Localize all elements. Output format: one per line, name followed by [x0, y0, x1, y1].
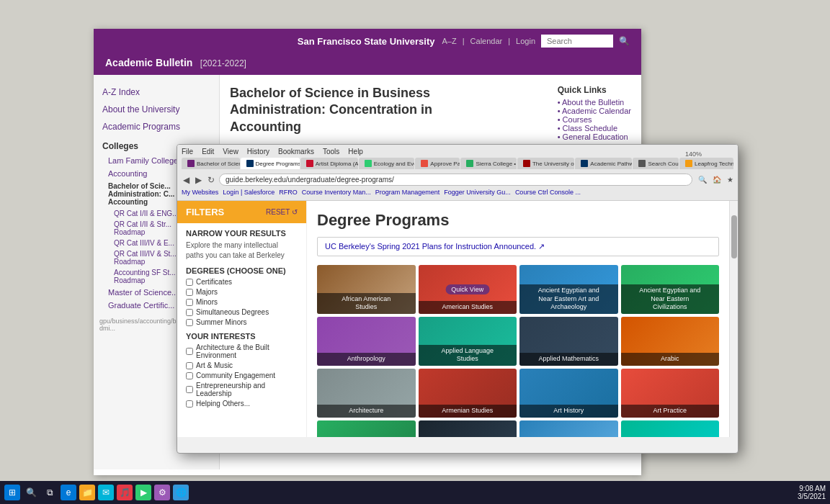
bookmark-fogger[interactable]: Fogger University Gu...: [444, 189, 511, 196]
program-card-african[interactable]: African AmericanStudies: [317, 265, 416, 314]
program-card-arabic[interactable]: Arabic: [621, 317, 720, 366]
taskbar-music-icon[interactable]: 🎵: [117, 485, 133, 500]
scrollbar-thumb[interactable]: [731, 215, 737, 258]
zoom-indicator: 140%: [685, 150, 702, 158]
filter-arch[interactable]: Architecture & the Built Environment: [186, 343, 298, 359]
tab-favicon-approve: [421, 160, 428, 167]
menu-help[interactable]: Help: [348, 148, 363, 156]
taskbar-taskview-icon[interactable]: ⧉: [42, 485, 58, 500]
tab-favicon-sierra: [466, 160, 473, 167]
browser-star-icon[interactable]: ★: [727, 176, 733, 184]
taskbar-folder-icon[interactable]: 📁: [79, 485, 95, 500]
quick-link-courses[interactable]: Courses: [563, 115, 592, 124]
tab-sierra[interactable]: Sierra College • Sierr... ✕: [460, 158, 516, 169]
taskbar-windows-icon[interactable]: ⊞: [4, 485, 20, 500]
tab-artist[interactable]: Artist Diploma (AB) in ... ✕: [300, 158, 358, 169]
menu-history[interactable]: History: [247, 148, 269, 156]
tab-ecology[interactable]: Ecology and Evolutio... ✕: [359, 158, 415, 169]
program-card-architecture[interactable]: Architecture: [317, 369, 416, 418]
program-card-armenian[interactable]: Armenian Studies: [419, 369, 517, 418]
sfsu-bulletin-year: [2021-2022]: [200, 58, 246, 68]
url-bar[interactable]: [219, 174, 692, 186]
search-icon[interactable]: 🔍: [619, 36, 630, 46]
tab-degree-programs[interactable]: Degree Programs • Uni... ✕: [241, 158, 300, 169]
bookmark-course-ctrl[interactable]: Course Ctrl Console ...: [515, 189, 581, 196]
filter-art[interactable]: Art & Music: [186, 361, 298, 369]
quick-link-schedule[interactable]: Class Schedule: [563, 124, 617, 132]
program-card-applied-lang[interactable]: Applied LanguageStudies: [419, 317, 517, 366]
announcement-bar[interactable]: UC Berkeley's Spring 2021 Plans for Inst…: [317, 237, 719, 256]
tab-search-courses[interactable]: Search Courses ✕: [633, 158, 679, 169]
tab-approve[interactable]: Approve Pages ✕: [415, 158, 460, 169]
menu-edit[interactable]: Edit: [202, 148, 214, 156]
program-card-art-history[interactable]: Art History: [519, 369, 618, 418]
program-card-ancient-art[interactable]: Ancient Egyptian andNear Eastern Art and…: [519, 265, 618, 314]
quick-link-bulletin[interactable]: About the Bulletin: [562, 98, 624, 107]
taskbar-date-value: 3/5/2021: [798, 492, 826, 500]
taskbar-edge-icon[interactable]: e: [61, 485, 76, 500]
filter-simultaneous[interactable]: Simultaneous Degrees: [186, 308, 298, 316]
menu-view[interactable]: View: [223, 148, 238, 156]
program-card-art-practice[interactable]: Art Practice: [621, 369, 720, 418]
quick-links-box: Quick Links About the Bulletin Academic …: [558, 85, 631, 141]
bookmark-prog-mgmt[interactable]: Program Management: [375, 189, 440, 196]
tab-label-alabama: The University of Alab...: [532, 161, 574, 167]
bookmark-mywebsites[interactable]: My Websites: [182, 189, 218, 196]
tab-leapfrog[interactable]: Leapfrog Technolog... ✕: [679, 158, 733, 169]
quick-view-overlay-american[interactable]: Quick View: [445, 284, 489, 294]
program-card-asian[interactable]: Asian American andAsian DiasporaStudies: [317, 420, 416, 437]
taskbar-app1-icon[interactable]: ▶: [135, 485, 151, 500]
card-label-anthro: Anthropology: [317, 353, 416, 366]
taskbar-search-icon[interactable]: 🔍: [23, 485, 39, 500]
browser-scrollbar[interactable]: [729, 201, 738, 437]
filter-helping[interactable]: Helping Others...: [186, 400, 298, 408]
filter-certificates[interactable]: Certificates: [186, 278, 298, 286]
tab-label-sierra: Sierra College • Sierr...: [476, 161, 516, 167]
sfsu-nav-az[interactable]: A–Z: [442, 37, 457, 45]
taskbar-app3-icon[interactable]: 🌐: [173, 485, 189, 500]
menu-bookmarks[interactable]: Bookmarks: [278, 148, 314, 156]
filter-entrepreneurship[interactable]: Entrepreneurship and Leadership: [186, 382, 298, 397]
quick-link-calendar[interactable]: Academic Calendar: [562, 107, 631, 115]
filter-summer[interactable]: Summer Minors: [186, 318, 298, 326]
program-card-atmospheric[interactable]: Atmospheric Science: [519, 420, 618, 437]
quick-link-ge[interactable]: General Education: [563, 132, 628, 141]
filter-minors[interactable]: Minors: [186, 298, 298, 306]
nav-sep: |: [463, 37, 465, 45]
bookmark-rfro[interactable]: RFRO: [279, 189, 298, 196]
nav-sep2: |: [508, 37, 510, 45]
taskbar-mail-icon[interactable]: ✉: [98, 485, 114, 500]
bookmark-course-inv[interactable]: Course Inventory Man...: [302, 189, 371, 196]
bookmark-login[interactable]: Login | Salesforce: [223, 189, 275, 196]
tab-bsba[interactable]: Bachelor of Science in... ✕: [182, 158, 240, 169]
filter-majors[interactable]: Majors: [186, 288, 298, 296]
program-card-american[interactable]: Quick View American Studies: [419, 265, 517, 314]
program-card-ancient-civ[interactable]: Ancient Egyptian andNear EasternCiviliza…: [621, 265, 720, 314]
forward-button[interactable]: ▶: [194, 175, 203, 185]
card-label-art-history: Art History: [519, 405, 618, 418]
sfsu-nav-login[interactable]: Login: [516, 37, 535, 45]
menu-file[interactable]: File: [182, 148, 193, 156]
sidebar-link-az[interactable]: A-Z Index: [94, 84, 219, 101]
tab-label-artist: Artist Diploma (AB) in ...: [316, 161, 358, 167]
program-card-applied-math[interactable]: Applied Mathematics: [519, 317, 618, 366]
sfsu-nav-calendar[interactable]: Calendar: [470, 37, 503, 45]
browser-home-icon[interactable]: 🏠: [713, 176, 721, 184]
program-card-astrophysics[interactable]: Astrophysics: [419, 420, 517, 437]
card-label-art-practice: Art Practice: [621, 405, 720, 418]
taskbar-app2-icon[interactable]: ⚙: [154, 485, 170, 500]
program-card-anthro[interactable]: Anthropology: [317, 317, 416, 366]
refresh-button[interactable]: ↻: [206, 175, 216, 185]
tab-pathways[interactable]: Academic Pathways •... ✕: [575, 158, 632, 169]
back-button[interactable]: ◀: [182, 175, 191, 185]
tab-alabama[interactable]: The University of Alab... ✕: [517, 158, 574, 169]
sfsu-search-input[interactable]: [541, 35, 613, 48]
filter-community[interactable]: Community Engagement: [186, 372, 298, 379]
browser-search-icon[interactable]: 🔍: [698, 176, 707, 184]
sidebar-link-about[interactable]: About the University: [94, 101, 219, 118]
program-card-bioengineering[interactable]: Bioengineering: [621, 420, 720, 437]
taskbar: ⊞ 🔍 ⧉ e 📁 ✉ 🎵 ▶ ⚙ 🌐 9:08 AM 3/5/2021: [0, 481, 830, 504]
menu-tools[interactable]: Tools: [323, 148, 339, 156]
reset-button[interactable]: RESET ↺: [266, 208, 298, 216]
sidebar-link-programs[interactable]: Academic Programs: [94, 118, 219, 135]
